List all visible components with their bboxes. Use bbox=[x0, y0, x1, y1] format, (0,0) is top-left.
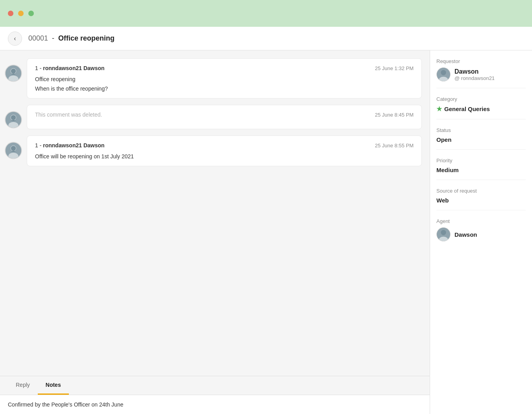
requestor-row: Dawson @ ronndawson21 bbox=[436, 67, 526, 82]
status-value: Open bbox=[436, 136, 526, 143]
avatar-col-3 bbox=[0, 136, 27, 159]
message-time-1: 25 June 1:32 PM bbox=[375, 65, 414, 71]
avatar-col-1 bbox=[0, 58, 27, 82]
requestor-name: Dawson bbox=[454, 68, 495, 75]
sidebar: Requestor Dawson @ ronndawson21 Category bbox=[430, 50, 532, 414]
source-label: Source of request bbox=[436, 188, 526, 194]
message-card-2: This comment was deleted. 25 June 8:45 P… bbox=[27, 105, 422, 129]
priority-label: Priority bbox=[436, 158, 526, 163]
header: ‹ 00001 - Office reopening bbox=[0, 27, 532, 50]
svg-point-16 bbox=[441, 230, 446, 235]
requestor-label: Requestor bbox=[436, 58, 526, 64]
tab-reply[interactable]: Reply bbox=[8, 376, 38, 395]
bottom-tabs: Reply Notes Confirmed by the People's Of… bbox=[0, 376, 430, 414]
messages-container: 1 - ronndawson21 Dawson 25 June 1:32 PM … bbox=[0, 50, 430, 376]
message-card-1: 1 - ronndawson21 Dawson 25 June 1:32 PM … bbox=[27, 58, 422, 98]
priority-value: Medium bbox=[436, 167, 526, 173]
page-title: 00001 - Office reopening bbox=[28, 34, 115, 43]
requestor-username: @ ronndawson21 bbox=[454, 75, 495, 81]
tab-notes[interactable]: Notes bbox=[38, 376, 69, 395]
svg-point-7 bbox=[11, 115, 16, 120]
sidebar-section-category: Category ★ General Queries bbox=[436, 96, 526, 119]
svg-point-3 bbox=[11, 69, 16, 74]
avatar-col-2 bbox=[0, 105, 27, 128]
message-subject-1: Office reopening bbox=[35, 76, 414, 82]
bottom-note: Confirmed by the People's Officer on 24t… bbox=[0, 395, 430, 414]
agent-avatar bbox=[436, 227, 451, 241]
avatar bbox=[5, 111, 22, 128]
sidebar-section-priority: Priority Medium bbox=[436, 158, 526, 180]
message-header-3: 1 - ronndawson21 Dawson 25 June 8:55 PM bbox=[35, 142, 414, 149]
message-time-2: 25 June 8:45 PM bbox=[375, 112, 414, 118]
status-label: Status bbox=[436, 127, 526, 133]
window-btn-close[interactable] bbox=[8, 11, 13, 16]
agent-label: Agent bbox=[436, 218, 526, 224]
category-value: General Queries bbox=[444, 106, 490, 112]
message-body-3: Office will be reopening on 1st July 202… bbox=[35, 153, 414, 160]
svg-point-11 bbox=[11, 146, 16, 151]
sidebar-section-agent: Agent Dawson bbox=[436, 218, 526, 248]
ticket-number: 00001 bbox=[28, 34, 48, 42]
table-row: This comment was deleted. 25 June 8:45 P… bbox=[0, 105, 422, 129]
message-time-3: 25 June 8:55 PM bbox=[375, 143, 414, 149]
requestor-avatar bbox=[436, 67, 451, 82]
main-layout: 1 - ronndawson21 Dawson 25 June 1:32 PM … bbox=[0, 50, 532, 414]
message-author-1: 1 - ronndawson21 Dawson bbox=[35, 65, 105, 71]
avatar bbox=[5, 142, 22, 159]
avatar bbox=[5, 65, 22, 82]
category-label: Category bbox=[436, 96, 526, 102]
svg-point-13 bbox=[441, 70, 446, 75]
message-author-3: 1 - ronndawson21 Dawson bbox=[35, 142, 105, 149]
agent-name: Dawson bbox=[454, 231, 477, 238]
tabs-row: Reply Notes bbox=[0, 376, 430, 395]
sidebar-section-status: Status Open bbox=[436, 127, 526, 150]
category-row: ★ General Queries bbox=[436, 105, 526, 113]
window-btn-minimize[interactable] bbox=[18, 11, 24, 16]
window-btn-maximize[interactable] bbox=[28, 11, 34, 16]
ticket-title: Office reopening bbox=[58, 34, 115, 42]
message-deleted-label: This comment was deleted. bbox=[35, 111, 102, 118]
star-icon: ★ bbox=[436, 105, 442, 113]
table-row: 1 - ronndawson21 Dawson 25 June 8:55 PM … bbox=[0, 136, 422, 166]
message-body-1: When is the office reopening? bbox=[35, 85, 414, 92]
message-header-2: This comment was deleted. 25 June 8:45 P… bbox=[35, 111, 414, 118]
table-row: 1 - ronndawson21 Dawson 25 June 1:32 PM … bbox=[0, 58, 422, 98]
content-area: 1 - ronndawson21 Dawson 25 June 1:32 PM … bbox=[0, 50, 430, 414]
sidebar-section-requestor: Requestor Dawson @ ronndawson21 bbox=[436, 58, 526, 88]
back-button[interactable]: ‹ bbox=[8, 32, 22, 46]
title-bar bbox=[0, 0, 532, 27]
source-value: Web bbox=[436, 197, 526, 204]
message-header-1: 1 - ronndawson21 Dawson 25 June 1:32 PM bbox=[35, 65, 414, 71]
agent-row: Dawson bbox=[436, 227, 526, 241]
message-card-3: 1 - ronndawson21 Dawson 25 June 8:55 PM … bbox=[27, 136, 422, 166]
requestor-info: Dawson @ ronndawson21 bbox=[454, 68, 495, 81]
sidebar-section-source: Source of request Web bbox=[436, 188, 526, 210]
